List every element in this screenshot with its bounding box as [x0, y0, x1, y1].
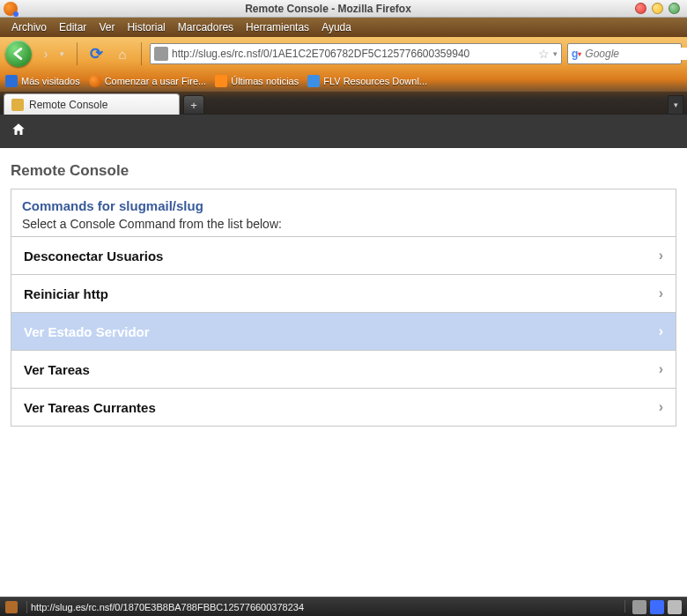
command-item[interactable]: Desconectar Usuarios› [11, 237, 676, 275]
menu-bookmarks[interactable]: Marcadores [172, 19, 240, 35]
chevron-right-icon: › [659, 399, 663, 415]
commands-panel: Commands for slugmail/slug Select a Cons… [11, 189, 676, 427]
url-bar[interactable]: ☆ ▾ [150, 43, 562, 64]
folder-icon [5, 75, 18, 87]
status-addon-icon[interactable] [5, 601, 18, 613]
reload-button[interactable]: ⟳ [85, 43, 107, 64]
search-input[interactable] [585, 48, 687, 60]
command-label: Reiniciar http [24, 286, 108, 301]
firefox-icon [4, 2, 18, 16]
status-edit-icon[interactable] [632, 600, 646, 614]
rss-icon [215, 75, 227, 87]
window-controls [635, 3, 680, 14]
app-header [0, 115, 687, 148]
bookmark-most-visited[interactable]: Más visitados [5, 75, 80, 87]
separator [141, 42, 142, 65]
separator [26, 601, 27, 613]
nav-history-dropdown[interactable]: ▾ [60, 49, 69, 58]
navigation-toolbar: › ▾ ⟳ ⌂ ☆ ▾ g▾ 🔍 [0, 37, 687, 71]
content-viewport: Remote Console Commands for slugmail/slu… [0, 115, 687, 597]
panel-heading: Commands for slugmail/slug [22, 198, 665, 213]
tab-favicon [11, 99, 24, 111]
status-bar: http://slug.es/rc.nsf/0/1870E3B8BA788FBB… [0, 597, 687, 616]
url-input[interactable] [172, 48, 538, 60]
bookmark-getting-started[interactable]: Comenzar a usar Fire... [89, 75, 207, 87]
menu-help[interactable]: Ayuda [315, 19, 358, 35]
menu-view[interactable]: Ver [92, 19, 121, 35]
back-button[interactable] [5, 41, 32, 67]
forward-button[interactable]: › [37, 45, 55, 63]
window-title: Remote Console - Mozilla Firefox [21, 3, 635, 15]
window-minimize-button[interactable] [652, 3, 663, 14]
command-item[interactable]: Reiniciar http› [11, 275, 676, 313]
bookmark-star-icon[interactable]: ☆ [538, 47, 550, 61]
chevron-right-icon: › [659, 286, 663, 301]
bookmark-latest-news[interactable]: Últimas noticias [215, 75, 299, 87]
bookmark-label: FLV Resources Downl... [323, 76, 427, 86]
menu-tools[interactable]: Herramientas [240, 19, 315, 35]
status-mail-icon[interactable] [650, 600, 664, 614]
panel-subtitle: Select a Console Command from the list b… [22, 217, 665, 231]
window-maximize-button[interactable] [669, 3, 680, 14]
window-titlebar: Remote Console - Mozilla Firefox [0, 0, 687, 18]
url-dropdown-icon[interactable]: ▾ [553, 49, 558, 58]
tabs-list-dropdown[interactable]: ▾ [668, 95, 683, 115]
menu-edit[interactable]: Editar [53, 19, 92, 35]
menu-file[interactable]: Archivo [5, 19, 53, 35]
bookmark-flv[interactable]: FLV Resources Downl... [307, 75, 427, 87]
firefox-icon [89, 75, 101, 87]
tab-label: Remote Console [29, 99, 107, 111]
chevron-right-icon: › [659, 323, 663, 339]
search-engine-icon[interactable]: g▾ [572, 47, 581, 61]
document-icon [307, 75, 320, 87]
menu-bar: Archivo Editar Ver Historial Marcadores … [0, 18, 687, 37]
command-item[interactable]: Ver Tareas› [11, 351, 676, 389]
command-label: Ver Tareas Currantes [24, 400, 156, 415]
command-label: Ver Estado Servidor [24, 324, 150, 339]
command-label: Desconectar Usuarios [24, 249, 163, 263]
bookmark-label: Comenzar a usar Fire... [105, 76, 207, 86]
new-tab-button[interactable]: + [183, 95, 204, 115]
command-item[interactable]: Ver Tareas Currantes› [11, 389, 676, 426]
home-button[interactable]: ⌂ [112, 43, 133, 64]
chevron-right-icon: › [659, 361, 663, 377]
separator [77, 42, 78, 65]
search-bar[interactable]: g▾ 🔍 [567, 43, 682, 64]
site-identity-icon[interactable] [154, 47, 168, 61]
bookmarks-toolbar: Más visitados Comenzar a usar Fire... Úl… [0, 71, 687, 92]
bookmark-label: Últimas noticias [231, 76, 299, 86]
window-close-button[interactable] [635, 3, 646, 14]
status-page-icon[interactable] [668, 600, 682, 614]
tab-strip: Remote Console + ▾ [0, 92, 687, 115]
home-icon[interactable] [11, 122, 26, 142]
command-label: Ver Tareas [24, 362, 90, 377]
page-title: Remote Console [11, 162, 676, 180]
chevron-right-icon: › [659, 248, 663, 263]
separator [624, 600, 625, 612]
tab-active[interactable]: Remote Console [4, 93, 180, 115]
bookmark-label: Más visitados [21, 76, 80, 86]
status-text: http://slug.es/rc.nsf/0/1870E3B8BA788FBB… [31, 602, 621, 612]
command-item[interactable]: Ver Estado Servidor› [11, 313, 676, 351]
menu-history[interactable]: Historial [121, 19, 171, 35]
